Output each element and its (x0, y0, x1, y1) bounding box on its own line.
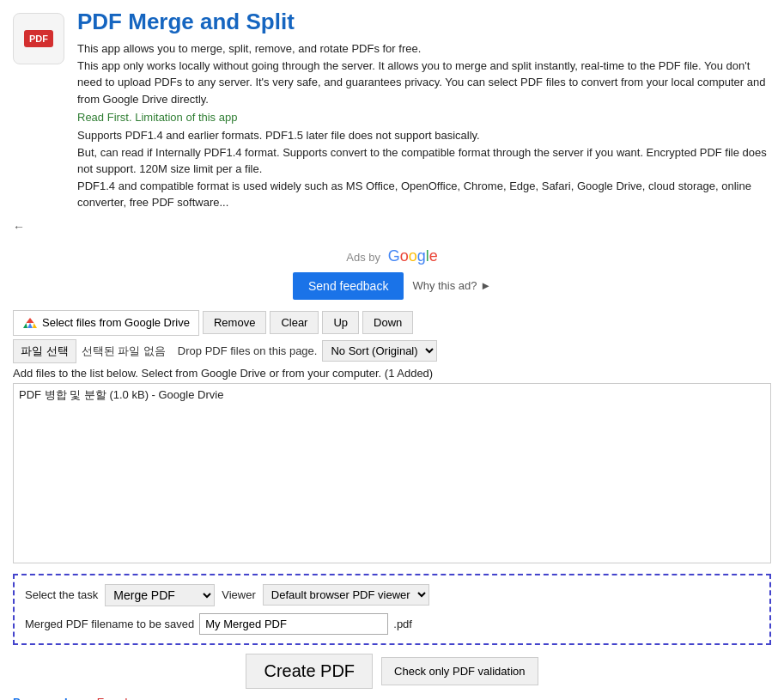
app-desc5: PDF1.4 and compatible format is used wid… (77, 178, 771, 211)
action-row: Create PDF Check only PDF validation (13, 654, 771, 689)
task-section: Select the task Merge PDF Split PDF Remo… (13, 574, 771, 645)
svg-marker-2 (27, 323, 33, 328)
viewer-select[interactable]: Default browser PDF viewer Google Drive … (263, 584, 429, 606)
filename-row: Merged PDF filename to be saved .pdf (25, 613, 759, 635)
viewer-label: Viewer (222, 588, 256, 601)
list-item: PDF 병합 및 분할 (1.0 kB) - Google Drvie (19, 387, 765, 403)
log-row: Progress Log Error Log (13, 696, 771, 701)
svg-marker-1 (23, 323, 27, 328)
filename-input[interactable] (199, 613, 388, 635)
back-arrow-icon[interactable]: ← (13, 220, 25, 234)
check-pdf-button[interactable]: Check only PDF validation (381, 657, 538, 685)
app-header: PDF PDF Merge and Split This app allows … (13, 9, 771, 211)
app-title: PDF Merge and Split (77, 9, 771, 35)
task-label: Select the task (25, 588, 98, 601)
file-list-container[interactable]: PDF 병합 및 분할 (1.0 kB) - Google Drvie (13, 383, 771, 563)
app-description: PDF Merge and Split This app allows you … (77, 9, 771, 211)
ads-label: Ads by Google (13, 247, 771, 265)
up-button[interactable]: Up (322, 311, 359, 334)
send-feedback-button[interactable]: Send feedback (293, 272, 404, 300)
svg-marker-4 (27, 318, 34, 323)
svg-marker-3 (33, 323, 37, 328)
pdf-suffix: .pdf (393, 618, 412, 630)
clear-button[interactable]: Clear (270, 311, 319, 334)
feedback-row: Send feedback Why this ad? ► (13, 272, 771, 300)
create-pdf-button[interactable]: Create PDF (246, 654, 373, 689)
sort-select[interactable]: No Sort (Original) Sort by Name Sort by … (322, 340, 437, 362)
toolbar: Select files from Google Drive Remove Cl… (13, 310, 771, 336)
progress-log-link[interactable]: Progress Log (13, 696, 85, 701)
app-desc1: This app allows you to merge, split, rem… (77, 40, 771, 58)
file-row: 파일 선택 선택된 파일 없음 Drop PDF files on this p… (13, 339, 771, 363)
file-list-content: PDF 병합 및 분할 (1.0 kB) - Google Drvie (14, 384, 770, 406)
ads-area: Ads by Google (13, 247, 771, 265)
google-drive-button[interactable]: Select files from Google Drive (13, 310, 199, 336)
app-desc2: This app only works locally without goin… (77, 58, 771, 108)
task-select[interactable]: Merge PDF Split PDF Remove Pages Rotate … (105, 584, 215, 606)
why-ad-label: Why this ad? (412, 279, 477, 292)
ad-icon: ► (480, 279, 491, 292)
google-drive-label: Select files from Google Drive (42, 316, 190, 329)
down-button[interactable]: Down (362, 311, 413, 334)
added-info: Add files to the list below. Select from… (13, 367, 771, 380)
file-select-button[interactable]: 파일 선택 (13, 339, 76, 363)
error-log-link[interactable]: Error Log (97, 696, 143, 701)
drop-label: Drop PDF files on this page. (178, 344, 318, 357)
app-icon: PDF (13, 13, 64, 64)
app-desc3: Supports PDF1.4 and earlier formats. PDF… (77, 127, 771, 144)
filename-label: Merged PDF filename to be saved (25, 618, 194, 630)
read-first-link[interactable]: Read First. Limitation of this app (77, 111, 771, 124)
app-desc4: But, can read if Internally PDF1.4 forma… (77, 144, 771, 178)
remove-button[interactable]: Remove (203, 311, 266, 334)
drive-icon (22, 315, 38, 331)
pdf-icon-label: PDF (24, 30, 53, 47)
task-row: Select the task Merge PDF Split PDF Remo… (25, 584, 759, 606)
ads-by-text: Ads by (346, 251, 380, 264)
why-ad-text: Why this ad? ► (412, 279, 491, 292)
no-file-text: 선택된 파일 없음 (82, 344, 166, 359)
google-logo: Google (384, 247, 438, 265)
